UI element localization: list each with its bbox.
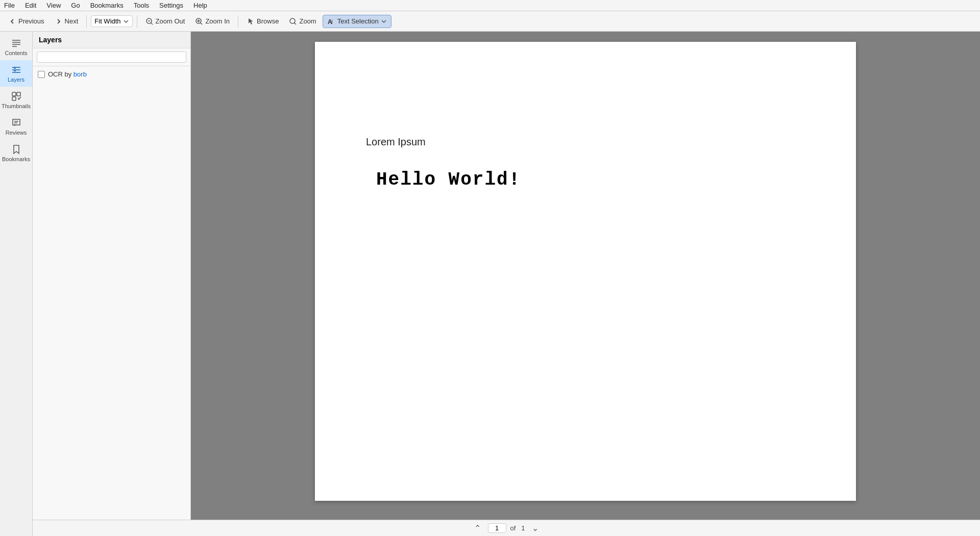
page-navigation: ⌃ of 1 ⌄: [33, 520, 980, 536]
layer-ocr-name: OCR by borb: [48, 70, 87, 78]
svg-text:I: I: [331, 19, 333, 25]
svg-line-8: [295, 22, 297, 24]
reviews-icon: [11, 117, 22, 129]
menu-go[interactable]: Go: [69, 1, 82, 10]
browse-button[interactable]: Browse: [242, 15, 283, 28]
zoom-icon: [289, 17, 297, 25]
sidebar-icons: Contents Layers Thumbnails: [0, 32, 33, 536]
sidebar-item-reviews[interactable]: Reviews: [0, 113, 32, 140]
svg-line-2: [151, 22, 153, 24]
svg-rect-21: [17, 92, 20, 96]
sidebar-item-thumbnails[interactable]: Thumbnails: [0, 87, 32, 113]
bookmarks-icon: [11, 144, 22, 155]
zoom-out-label: Zoom Out: [156, 17, 185, 25]
cursor-icon: [247, 17, 255, 25]
pdf-area[interactable]: Lorem Ipsum Hello World!: [191, 32, 980, 536]
layer-item-ocr[interactable]: OCR by borb: [35, 68, 188, 80]
layers-icon: [11, 64, 22, 75]
sidebar-item-bookmarks-label: Bookmarks: [2, 156, 30, 162]
menu-help[interactable]: Help: [191, 1, 209, 10]
next-button[interactable]: Next: [51, 15, 83, 28]
chevron-right-icon: [55, 17, 63, 25]
sidebar-item-layers-label: Layers: [8, 76, 24, 83]
total-pages: 1: [521, 524, 525, 532]
pdf-text-lorem: Lorem Ipsum: [366, 136, 426, 148]
page-up-button[interactable]: ⌃: [471, 522, 484, 534]
zoom-in-icon: [195, 17, 203, 25]
previous-button[interactable]: Previous: [4, 15, 48, 28]
next-label: Next: [65, 17, 79, 25]
pdf-text-hello: Hello World!: [376, 169, 521, 190]
menu-edit[interactable]: Edit: [23, 1, 38, 10]
sidebar-item-contents-label: Contents: [5, 50, 27, 56]
text-selection-dropdown-icon: [381, 18, 387, 24]
separator-1: [86, 15, 87, 28]
thumbnails-icon: [11, 91, 22, 102]
svg-rect-22: [12, 97, 16, 100]
previous-label: Previous: [18, 17, 44, 25]
layers-list: OCR by borb: [33, 66, 190, 536]
main-layout: Contents Layers Thumbnails: [0, 32, 980, 536]
menu-view[interactable]: View: [44, 1, 63, 10]
toolbar: Previous Next Fit Width Zoom Out: [0, 11, 980, 32]
sidebar-item-layers[interactable]: Layers: [0, 60, 32, 87]
sidebar-item-contents[interactable]: Contents: [0, 34, 32, 60]
sidebar-item-bookmarks[interactable]: Bookmarks: [0, 140, 32, 166]
page-down-button[interactable]: ⌄: [529, 522, 542, 534]
menu-file[interactable]: File: [2, 1, 17, 10]
separator-2: [137, 15, 137, 28]
layers-panel: Layers OCR by borb: [33, 32, 191, 536]
sidebar-item-reviews-label: Reviews: [6, 130, 27, 136]
ai-text-icon: A I: [327, 17, 335, 25]
menu-tools[interactable]: Tools: [132, 1, 151, 10]
layers-panel-title: Layers: [33, 32, 190, 48]
layers-search: [33, 48, 190, 66]
browse-label: Browse: [257, 17, 279, 25]
page-number-input[interactable]: [488, 523, 506, 533]
chevron-left-icon: [8, 17, 16, 25]
zoom-label: Fit Width: [94, 17, 120, 25]
layers-search-input[interactable]: [37, 52, 186, 63]
svg-line-6: [201, 22, 203, 24]
menu-settings[interactable]: Settings: [157, 1, 185, 10]
menu-bar: File Edit View Go Bookmarks Tools Settin…: [0, 0, 980, 11]
text-selection-label: Text Selection: [337, 17, 379, 25]
zoom-selector[interactable]: Fit Width: [91, 15, 132, 27]
zoom-tool-button[interactable]: Zoom: [285, 15, 320, 28]
zoom-tool-label: Zoom: [299, 17, 316, 25]
zoom-in-label: Zoom In: [205, 17, 230, 25]
dropdown-arrow-icon: [123, 18, 129, 24]
layer-ocr-checkbox[interactable]: [38, 71, 45, 78]
menu-bookmarks[interactable]: Bookmarks: [88, 1, 126, 10]
separator-3: [238, 15, 238, 28]
layer-ocr-author: borb: [74, 70, 87, 78]
sidebar-item-thumbnails-label: Thumbnails: [2, 103, 31, 109]
pdf-page: Lorem Ipsum Hello World!: [315, 42, 856, 501]
contents-icon: [11, 38, 22, 49]
zoom-in-button[interactable]: Zoom In: [191, 15, 234, 28]
svg-rect-20: [12, 92, 16, 96]
zoom-out-button[interactable]: Zoom Out: [141, 15, 189, 28]
zoom-out-icon: [145, 17, 154, 25]
page-of-text: of 1: [510, 524, 525, 532]
text-selection-button[interactable]: A I Text Selection: [323, 15, 391, 28]
